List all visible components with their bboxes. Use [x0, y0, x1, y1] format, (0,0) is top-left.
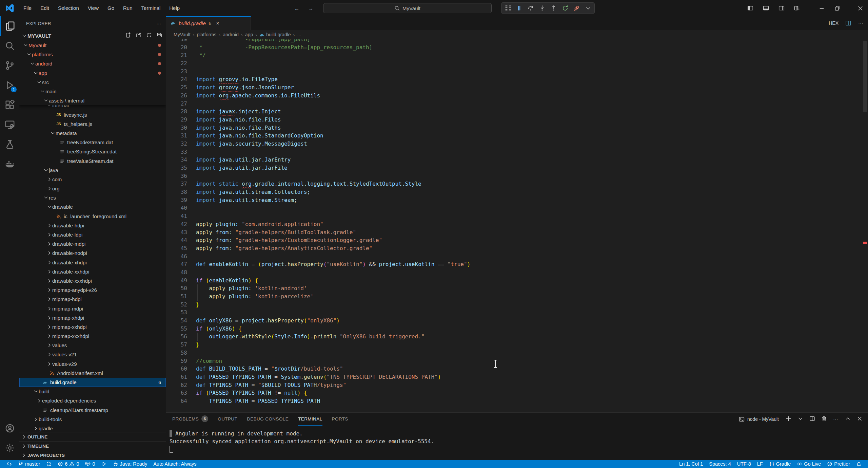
breadcrumb-build-gradle[interactable]: build.gradle	[259, 32, 291, 37]
tree-item-drawable-mdpi[interactable]: drawable-mdpi	[19, 239, 166, 248]
status-prettier[interactable]: Prettier	[824, 460, 853, 468]
tree-item-build[interactable]: build	[19, 387, 166, 396]
panel-ellipsis-icon[interactable]: ···	[833, 416, 839, 422]
activity-settings[interactable]	[0, 438, 19, 458]
tree-item-platforms[interactable]: platforms	[19, 50, 166, 59]
tree-item-app[interactable]: app	[19, 69, 166, 78]
menu-go[interactable]: Go	[103, 0, 119, 16]
tree-item-treevaluestream-dat[interactable]: treeValueStream.dat	[19, 156, 166, 165]
tree-item-main[interactable]: main	[19, 87, 166, 96]
tree-item-myvault[interactable]: MyVault	[19, 41, 166, 50]
explorer-section-header[interactable]: MYVAULT	[19, 31, 166, 41]
split-editor-icon[interactable]	[845, 20, 851, 26]
minimize-button[interactable]	[814, 0, 829, 16]
activity-source-control[interactable]	[0, 56, 19, 75]
status-encoding[interactable]: UTF-8	[734, 460, 754, 468]
status-git-branch[interactable]: master	[15, 460, 43, 468]
tree-item-assets-internal[interactable]: assets \ internal	[19, 96, 166, 105]
tree-item-drawable-nodpi[interactable]: drawable-nodpi	[19, 248, 166, 258]
terminal-instance-label[interactable]: node - MyVault	[739, 416, 779, 422]
breadcrumb-myvault[interactable]: MyVault	[174, 32, 191, 37]
debug-disconnect-icon[interactable]	[573, 5, 580, 12]
sidebar-section-outline[interactable]: OUTLINE	[19, 432, 166, 441]
tree-item-values[interactable]: values	[19, 341, 166, 350]
tree-item-metadata[interactable]: metadata	[19, 129, 166, 138]
tree-item-values-v21[interactable]: values-v21	[19, 350, 166, 359]
panel-tab-ports[interactable]: PORTS	[332, 413, 348, 426]
tree-item-mipmap-hdpi[interactable]: mipmap-hdpi	[19, 295, 166, 304]
tree-item-java[interactable]: java	[19, 166, 166, 175]
breadcrumb-app[interactable]: app	[245, 32, 253, 37]
panel-tab-terminal[interactable]: TERMINAL	[298, 413, 322, 426]
status-notifications[interactable]	[853, 460, 865, 468]
tree-item-gradle[interactable]: gradle	[19, 424, 166, 432]
menu-edit[interactable]: Edit	[36, 0, 54, 16]
tree-item-livesync-js[interactable]: JSlivesync.js	[19, 110, 166, 119]
close-button[interactable]	[852, 0, 868, 16]
menu-file[interactable]: File	[19, 0, 36, 16]
panel-chevron-down-icon[interactable]	[797, 416, 803, 423]
back-icon[interactable]: ←	[294, 5, 299, 11]
tree-item-ts-helpers-js[interactable]: JSts_helpers.js	[19, 119, 166, 129]
tree-item-drawable-hdpi[interactable]: drawable-hdpi	[19, 221, 166, 230]
menu-selection[interactable]: Selection	[54, 0, 83, 16]
panel-tab-problems[interactable]: PROBLEMS6	[172, 413, 208, 426]
command-center-search[interactable]: MyVault	[323, 3, 492, 13]
sidebar-more-icon[interactable]: ···	[157, 21, 161, 26]
status-remote-indicator[interactable]	[3, 460, 15, 468]
menu-help[interactable]: Help	[165, 0, 184, 16]
panel-chevron-up-icon[interactable]	[845, 416, 851, 423]
restore-button[interactable]	[829, 0, 845, 16]
tree-item-mipmap-anydpi-v26[interactable]: mipmap-anydpi-v26	[19, 285, 166, 295]
debug-step-over-icon[interactable]	[527, 5, 534, 12]
collapse-all-icon[interactable]	[157, 32, 162, 39]
panel-tab-debug-console[interactable]: DEBUG CONSOLE	[247, 413, 289, 426]
tree-item-drawable-xxhdpi[interactable]: drawable-xxhdpi	[19, 267, 166, 276]
status-git-sync[interactable]	[43, 460, 55, 468]
tree-item-ic-launcher-foreground-xml[interactable]: ic_launcher_foreground.xml	[19, 212, 166, 221]
more-actions-icon[interactable]: ···	[858, 20, 863, 26]
code-editor[interactable]: 19 * -PappPath=[app_path]20 * -PappResou…	[166, 39, 868, 412]
status-cursor-position[interactable]: Ln 1, Col 1	[676, 460, 706, 468]
new-folder-icon[interactable]	[136, 32, 141, 39]
tree-item-build-gradle[interactable]: build.gradle6	[19, 378, 166, 387]
panel-trash-icon[interactable]	[821, 416, 827, 423]
status-run-debug[interactable]	[98, 460, 110, 468]
terminal-output[interactable]: Angular is running in development mode.S…	[170, 430, 868, 453]
tree-item-androidmanifest-xml[interactable]: AndroidManifest.xml	[19, 369, 166, 378]
breadcrumb--[interactable]: ...	[297, 32, 301, 37]
layout-sidebar-left-icon[interactable]	[743, 0, 758, 16]
status-auto-attach[interactable]: Auto Attach: Always	[150, 460, 199, 468]
activity-accounts[interactable]	[0, 418, 19, 438]
tree-item-src[interactable]: src	[19, 78, 166, 87]
status-language-mode[interactable]: {}Gradle	[766, 460, 794, 468]
layout-sidebar-right-icon[interactable]	[774, 0, 789, 16]
tree-item-drawable-ldpi[interactable]: drawable-ldpi	[19, 230, 166, 239]
status-problems[interactable]: 60	[55, 460, 82, 468]
tree-item-android[interactable]: android	[19, 59, 166, 68]
tree-item-res[interactable]: res	[19, 193, 166, 202]
menu-terminal[interactable]: Terminal	[137, 0, 165, 16]
tree-item-cleanupalljars-timestamp[interactable]: cleanupAllJars.timestamp	[19, 406, 166, 415]
editor-scrollbar[interactable]	[863, 41, 867, 112]
tree-item-mipmap-xxhdpi[interactable]: mipmap-xxhdpi	[19, 322, 166, 332]
tree-item-build-tools[interactable]: build-tools	[19, 415, 166, 424]
menu-view[interactable]: View	[83, 0, 103, 16]
debug-restart-icon[interactable]	[562, 5, 569, 12]
panel-tab-output[interactable]: OUTPUT	[218, 413, 237, 426]
hex-button[interactable]: HEX	[829, 20, 839, 26]
activity-docker[interactable]	[0, 154, 19, 174]
activity-run-and-debug[interactable]: 1	[0, 75, 19, 95]
tab-build-gradle[interactable]: build.gradle 6 ×	[166, 16, 251, 30]
debug-grip-icon[interactable]	[504, 5, 511, 12]
activity-extensions[interactable]	[0, 95, 19, 115]
tree-item-org[interactable]: org	[19, 184, 166, 193]
debug-pause-icon[interactable]	[516, 5, 522, 12]
activity-explorer[interactable]	[0, 16, 19, 36]
tree-item-treenodestream-dat[interactable]: treeNodeStream.dat	[19, 138, 166, 147]
status-eol[interactable]: LF	[754, 460, 766, 468]
menu-run[interactable]: Run	[119, 0, 137, 16]
activity-testing[interactable]	[0, 134, 19, 154]
tree-item-drawable[interactable]: drawable	[19, 202, 166, 211]
debug-step-into-icon[interactable]	[539, 5, 546, 12]
